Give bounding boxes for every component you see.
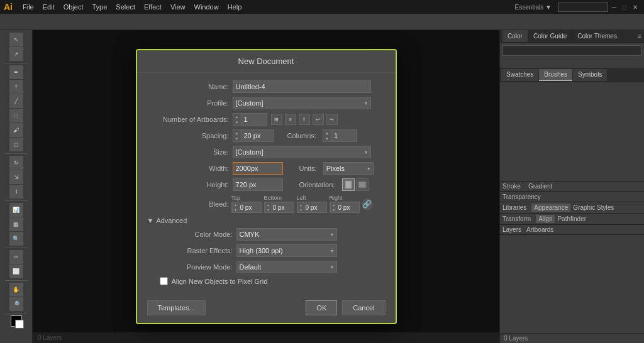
layout-row-btn[interactable]: ≡ (285, 114, 296, 125)
tool-artboard[interactable]: ⬜ (9, 264, 23, 278)
columns-spinner-down[interactable]: ▼ (323, 136, 331, 141)
spacing-spinner-up[interactable]: ▲ (233, 130, 241, 136)
sub-tab-swatches[interactable]: Swatches (501, 69, 538, 81)
width-input[interactable] (233, 162, 283, 175)
columns-input-wrap: ▲ ▼ (323, 129, 357, 142)
bleed-top-down[interactable]: ▼ (233, 207, 239, 212)
layout-col-btn[interactable]: ⫴ (299, 114, 310, 125)
layers-label[interactable]: Layers (502, 226, 521, 233)
restore-btn[interactable]: □ (620, 4, 629, 11)
graphic-styles-label[interactable]: Graphic Styles (573, 204, 614, 211)
sub-tab-brushes[interactable]: Brushes (539, 69, 572, 81)
tool-type[interactable]: T (9, 80, 23, 94)
spacing-spinner-down[interactable]: ▼ (233, 136, 241, 141)
orientation-landscape-btn[interactable] (356, 178, 369, 191)
canvas-area[interactable]: New Document Name: Profile: [Custom] (33, 30, 499, 343)
tool-direct-select[interactable]: ↗ (9, 47, 23, 61)
panel-tab-color-guide[interactable]: Color Guide (528, 30, 572, 42)
sub-tab-symbols[interactable]: Symbols (573, 69, 607, 81)
libraries-label[interactable]: Libraries (502, 204, 526, 211)
preview-mode-label: Preview Mode: (157, 263, 233, 271)
artboards-label[interactable]: Artboards (526, 226, 553, 233)
panel-tab-color[interactable]: Color (502, 30, 528, 42)
brushes-content (500, 82, 644, 182)
orientation-portrait-btn[interactable] (342, 178, 355, 191)
minimize-btn[interactable]: ─ (609, 4, 619, 11)
raster-effects-select[interactable]: High (300 ppi) Medium (150 ppi) Low (72 … (236, 244, 337, 257)
menu-object[interactable]: Object (60, 2, 87, 12)
close-btn[interactable]: ✕ (630, 4, 640, 11)
transform-label[interactable]: Transform (502, 215, 531, 222)
gradient-label[interactable]: Gradient (528, 183, 552, 190)
menu-file[interactable]: File (19, 2, 38, 12)
layout-ltr-btn[interactable]: ↪ (326, 114, 338, 125)
layout-rtl-btn[interactable]: ↩ (313, 114, 324, 125)
artboards-input[interactable] (242, 114, 267, 125)
tool-blend[interactable]: ∞ (9, 250, 23, 264)
ok-button[interactable]: OK (306, 300, 337, 315)
tool-gradient[interactable]: ▦ (9, 217, 23, 231)
menu-effect[interactable]: Effect (140, 2, 165, 12)
bleed-bottom-input[interactable] (272, 204, 294, 211)
units-select[interactable]: Pixels (323, 162, 374, 175)
panel-tab-color-themes[interactable]: Color Themes (572, 30, 623, 42)
bleed-left-down[interactable]: ▼ (298, 207, 304, 212)
bleed-bottom-up[interactable]: ▲ (265, 202, 272, 207)
fill-swatch[interactable] (11, 315, 22, 327)
height-input[interactable] (233, 178, 283, 191)
search-input[interactable] (558, 3, 608, 12)
tool-graph[interactable]: 📊 (9, 203, 23, 217)
menu-help[interactable]: Help (224, 2, 246, 12)
bleed-bottom-down[interactable]: ▼ (265, 207, 272, 212)
transparency-label[interactable]: Transparency (502, 193, 541, 200)
columns-spinner-up[interactable]: ▲ (323, 130, 331, 136)
tool-rect[interactable]: □ (9, 109, 23, 122)
bleed-lock-btn[interactable]: 🔗 (362, 199, 372, 210)
bleed-top-up[interactable]: ▲ (233, 202, 239, 207)
color-search[interactable] (502, 45, 641, 56)
name-input[interactable] (233, 80, 371, 93)
menu-select[interactable]: Select (112, 2, 139, 12)
new-document-dialog: New Document Name: Profile: [Custom] (136, 49, 397, 324)
menu-edit[interactable]: Edit (39, 2, 58, 12)
stroke-swatch[interactable] (15, 320, 24, 329)
spacing-input[interactable] (242, 130, 273, 141)
bleed-left-up[interactable]: ▲ (298, 202, 304, 207)
bleed-right-up[interactable]: ▲ (331, 202, 337, 207)
tool-line[interactable]: ╱ (9, 94, 23, 108)
tool-zoom[interactable]: 🔎 (9, 297, 23, 311)
bleed-right-down[interactable]: ▼ (331, 207, 337, 212)
tool-select[interactable]: ↖ (9, 33, 23, 46)
columns-input[interactable] (331, 130, 357, 141)
bleed-left-input[interactable] (304, 204, 326, 211)
tool-hand[interactable]: ✋ (9, 283, 23, 297)
preview-mode-select[interactable]: Default Pixel Overprint (236, 261, 337, 273)
align-checkbox[interactable] (160, 277, 168, 285)
profile-select[interactable]: [Custom] (233, 97, 371, 109)
templates-button[interactable]: Templates... (147, 300, 206, 315)
color-mode-select[interactable]: CMYK RGB (236, 228, 337, 241)
tool-warp[interactable]: ⌇ (9, 185, 23, 199)
size-select[interactable]: [Custom] (233, 146, 371, 158)
menu-type[interactable]: Type (89, 2, 111, 12)
layout-grid-btn[interactable]: ⊞ (271, 114, 282, 125)
artboards-spinner-down[interactable]: ▼ (233, 119, 241, 125)
appearance-label[interactable]: Appearance (531, 204, 570, 212)
tool-pen[interactable]: ✒ (9, 65, 23, 79)
menu-view[interactable]: View (167, 2, 189, 12)
bleed-top-input[interactable] (239, 204, 261, 211)
tool-rotate[interactable]: ↻ (9, 156, 23, 170)
tool-eraser[interactable]: ◻ (9, 138, 23, 151)
cancel-button[interactable]: Cancel (342, 300, 385, 315)
bleed-right-input[interactable] (337, 204, 359, 211)
artboards-spinner-up[interactable]: ▲ (233, 114, 241, 119)
tool-scale[interactable]: ⇲ (9, 170, 23, 184)
align-label[interactable]: Align (536, 215, 555, 223)
tool-paint[interactable]: 🖌 (9, 123, 23, 137)
pathfinder-label[interactable]: Pathfinder (557, 215, 586, 222)
artboards-up-arrow[interactable]: ▲ ▼ (233, 114, 242, 125)
panel-menu-btn[interactable]: ≡ (638, 33, 641, 40)
advanced-toggle[interactable]: ▼ Advanced (147, 217, 386, 224)
menu-window[interactable]: Window (191, 2, 223, 12)
tool-eyedropper[interactable]: 🔍 (9, 232, 23, 246)
